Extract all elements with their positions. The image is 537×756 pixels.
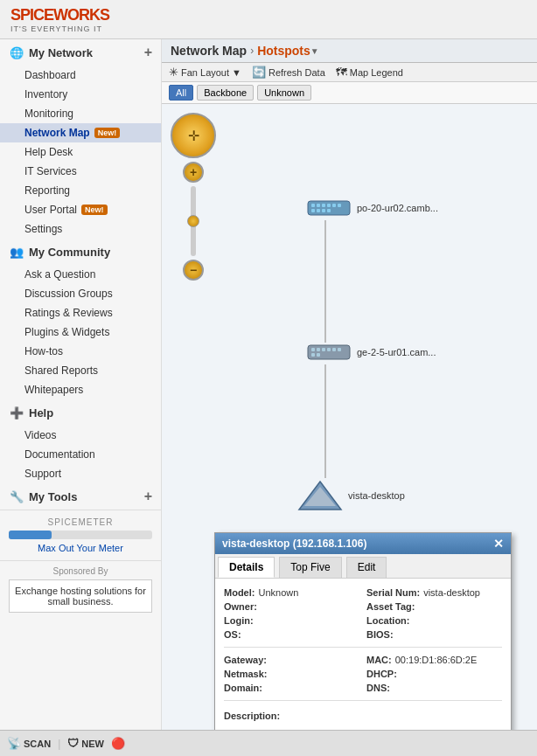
device-popup: vista-desktop (192.168.1.106) ✕ Details … — [214, 532, 512, 730]
sidebar-item-monitoring[interactable]: Monitoring — [0, 104, 161, 123]
add-icon: 🔴 — [111, 737, 125, 750]
sidebar-item-ask-question[interactable]: Ask a Question — [0, 265, 161, 284]
new-label: NEW — [81, 739, 104, 749]
svg-rect-3 — [322, 204, 325, 207]
filter-unknown-button[interactable]: Unknown — [257, 85, 311, 101]
field-model: Model: Unknown — [224, 587, 359, 598]
switch-icon-1 — [306, 196, 352, 220]
breadcrumb-dropdown-icon[interactable]: ▼ — [310, 46, 319, 56]
field-netmask: Netmask: — [224, 669, 359, 679]
spicemeter-link[interactable]: Max Out Your Meter — [9, 543, 152, 553]
sidebar-section-community[interactable]: 👥 My Community — [0, 239, 161, 265]
scan-icon: 📡 — [7, 737, 21, 750]
sidebar-section-community-label: My Community — [29, 246, 110, 259]
sidebar-item-help-desk[interactable]: Help Desk — [0, 142, 161, 162]
sidebar-section-my-tools[interactable]: 🔧 My Tools + — [0, 483, 161, 510]
sidebar-item-support[interactable]: Support — [0, 464, 161, 483]
network-node-2[interactable]: ge-2-5-ur01.cam... — [306, 340, 436, 364]
svg-rect-10 — [327, 209, 331, 212]
refresh-data-button[interactable]: 🔄 Refresh Data — [252, 66, 325, 79]
owner-label: Owner: — [224, 601, 257, 612]
sponsored-ad[interactable]: Exchange hosting solutions for small bus… — [9, 579, 152, 613]
network-node-3[interactable]: vista-desktop — [297, 480, 405, 511]
sidebar-item-dashboard[interactable]: Dashboard — [0, 66, 161, 85]
help-icon: ➕ — [9, 405, 24, 420]
sponsored-ad-text: Exchange hosting solutions for small bus… — [15, 586, 146, 607]
breadcrumb-child[interactable]: Hotspots — [257, 44, 310, 58]
add-tools-button[interactable]: + — [144, 489, 152, 504]
main-content: Network Map › Hotspots ▼ ✳ Fan Layout ▼ … — [162, 39, 537, 730]
add-network-button[interactable]: + — [144, 45, 152, 60]
svg-rect-18 — [311, 353, 315, 357]
sidebar-item-how-tos[interactable]: How-tos — [0, 342, 161, 361]
os-label: OS: — [224, 629, 241, 640]
model-value: Unknown — [258, 587, 298, 598]
popup-titlebar[interactable]: vista-desktop (192.168.1.106) ✕ — [215, 533, 511, 554]
popup-tab-top-five[interactable]: Top Five — [279, 557, 341, 578]
zoom-slider-thumb[interactable] — [187, 215, 199, 227]
svg-rect-14 — [322, 348, 325, 351]
svg-rect-12 — [311, 348, 315, 351]
sidebar-item-videos[interactable]: Videos — [0, 426, 161, 445]
field-location: Location: — [366, 615, 502, 626]
fan-layout-icon: ✳ — [169, 66, 178, 79]
zoom-out-button[interactable]: − — [183, 260, 204, 281]
svg-rect-16 — [332, 348, 336, 351]
scan-label: SCAN — [24, 739, 51, 749]
zoom-in-button[interactable]: + — [183, 162, 204, 183]
asset-tag-label: Asset Tag: — [366, 601, 415, 612]
location-label: Location: — [366, 615, 410, 626]
sidebar-item-documentation[interactable]: Documentation — [0, 445, 161, 464]
popup-fields-grid: Model: Unknown Serial Num: vista-desktop… — [224, 587, 502, 704]
scan-button[interactable]: 📡 SCAN — [7, 737, 51, 750]
fan-layout-dropdown-icon: ▼ — [232, 67, 241, 78]
sidebar-item-settings[interactable]: Settings — [0, 219, 161, 239]
svg-rect-6 — [338, 204, 341, 207]
field-bios: BIOS: — [366, 629, 502, 640]
bottom-bar: 📡 SCAN | 🛡 NEW 🔴 — [0, 730, 537, 756]
sponsored-section: Sponsored By Exchange hosting solutions … — [0, 560, 161, 621]
logo: SPICEWORKS IT'S EVERYTHING IT — [10, 6, 109, 33]
popup-tab-edit[interactable]: Edit — [346, 557, 387, 578]
sidebar-item-shared-reports[interactable]: Shared Reports — [0, 361, 161, 380]
model-label: Model: — [224, 587, 255, 598]
new-button[interactable]: 🛡 NEW — [67, 737, 104, 750]
switch-icon-2 — [306, 340, 352, 364]
toolbar: ✳ Fan Layout ▼ 🔄 Refresh Data 🗺 Map Lege… — [162, 63, 537, 82]
sidebar-section-my-network[interactable]: 🌐 My Network + — [0, 39, 161, 66]
map-legend-label: Map Legend — [350, 67, 403, 78]
sidebar-item-inventory[interactable]: Inventory — [0, 85, 161, 104]
sidebar-section-help[interactable]: ➕ Help — [0, 399, 161, 426]
popup-close-button[interactable]: ✕ — [493, 537, 504, 551]
popup-tab-details[interactable]: Details — [218, 557, 275, 578]
sidebar-item-plugins-widgets[interactable]: Plugins & Widgets — [0, 323, 161, 342]
sidebar-item-network-map[interactable]: Network Map New! — [0, 123, 161, 142]
field-os: OS: — [224, 629, 359, 640]
sidebar-item-ratings-reviews[interactable]: Ratings & Reviews — [0, 303, 161, 323]
sidebar-item-user-portal[interactable]: User Portal New! — [0, 200, 161, 219]
sidebar-item-reporting[interactable]: Reporting — [0, 181, 161, 200]
breadcrumb-root[interactable]: Network Map — [171, 44, 247, 58]
refresh-label: Refresh Data — [268, 67, 325, 78]
main-header: Network Map › Hotspots ▼ — [162, 39, 537, 63]
fan-layout-button[interactable]: ✳ Fan Layout ▼ — [169, 66, 241, 79]
popup-divider-1 — [224, 647, 502, 648]
svg-rect-2 — [317, 204, 320, 207]
sidebar-item-it-services[interactable]: IT Services — [0, 162, 161, 181]
sidebar-item-discussion-groups[interactable]: Discussion Groups — [0, 284, 161, 303]
filter-backbone-button[interactable]: Backbone — [197, 85, 254, 101]
svg-rect-19 — [317, 353, 320, 357]
field-mac: MAC: 00:19:D1:86:6D:2E — [366, 655, 502, 665]
sidebar-item-whitepapers[interactable]: Whitepapers — [0, 380, 161, 399]
map-legend-button[interactable]: 🗺 Map Legend — [336, 66, 403, 79]
netmask-label: Netmask: — [224, 669, 268, 679]
serial-value: vista-desktop — [423, 587, 480, 598]
network-map-area: ✛ + − — [162, 104, 537, 730]
field-domain: Domain: — [224, 683, 359, 693]
sponsored-label: Sponsored By — [5, 566, 156, 576]
new-action-button[interactable]: 🔴 — [111, 737, 125, 750]
network-node-1[interactable]: po-20-ur02.camb... — [306, 196, 438, 220]
logo-text: SPICEWORKS — [10, 6, 109, 24]
filter-all-button[interactable]: All — [169, 85, 193, 101]
compass-control[interactable]: ✛ — [171, 113, 216, 158]
